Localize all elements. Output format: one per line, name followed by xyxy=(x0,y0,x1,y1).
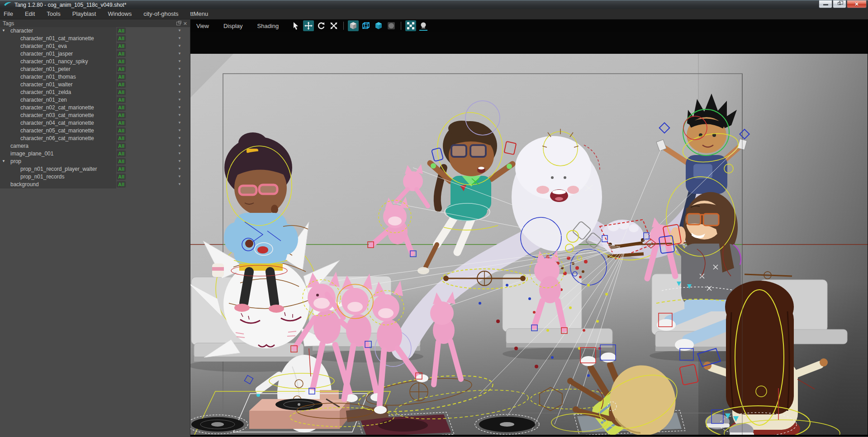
all-badge[interactable]: All xyxy=(117,74,126,80)
tree-row-prop[interactable]: ▼propAll▼ xyxy=(0,158,190,165)
row-dropdown-icon[interactable]: ▼ xyxy=(178,121,181,125)
shading-flat-button[interactable] xyxy=(386,20,397,31)
all-badge[interactable]: All xyxy=(117,143,126,149)
tree-row-character_n03_cat_marionette[interactable]: character_n03_cat_marionetteAll▼ xyxy=(0,112,190,119)
scale-tool-button[interactable] xyxy=(328,20,339,31)
row-dropdown-icon[interactable]: ▼ xyxy=(178,59,181,63)
tree-row-character_n01_thomas[interactable]: character_n01_thomasAll▼ xyxy=(0,73,190,81)
all-badge[interactable]: All xyxy=(117,81,126,88)
menu-item-ttmenu[interactable]: ttMenu xyxy=(185,9,214,19)
all-badge[interactable]: All xyxy=(117,89,126,95)
minimize-button[interactable] xyxy=(819,0,832,8)
menu-item-playblast[interactable]: Playblast xyxy=(66,9,102,19)
all-badge[interactable]: All xyxy=(117,58,126,65)
rotate-tool-button[interactable] xyxy=(316,20,327,31)
row-dropdown-icon[interactable]: ▼ xyxy=(178,90,181,94)
row-dropdown-icon[interactable]: ▼ xyxy=(178,167,181,171)
lighting-underline xyxy=(419,30,427,31)
viewport-menu-display[interactable]: Display xyxy=(216,23,250,29)
row-dropdown-icon[interactable]: ▼ xyxy=(178,75,181,79)
tang-logo-icon xyxy=(4,1,12,8)
tree-item-label: camera xyxy=(10,143,28,149)
tree-row-character_n01_walter[interactable]: character_n01_walterAll▼ xyxy=(0,81,190,89)
tree-row-character_n01_eva[interactable]: character_n01_evaAll▼ xyxy=(0,42,190,50)
tree-row-character_n01_zen[interactable]: character_n01_zenAll▼ xyxy=(0,96,190,104)
close-button[interactable]: ✕ xyxy=(847,0,867,8)
tree-row-character_n01_zelda[interactable]: character_n01_zeldaAll▼ xyxy=(0,89,190,96)
row-dropdown-icon[interactable]: ▼ xyxy=(178,113,181,117)
viewport-canvas[interactable] xyxy=(190,32,868,437)
all-badge[interactable]: All xyxy=(117,174,126,180)
all-badge[interactable]: All xyxy=(117,66,126,72)
row-dropdown-icon[interactable]: ▼ xyxy=(178,151,181,155)
float-panel-icon[interactable] xyxy=(176,22,180,25)
restore-button[interactable] xyxy=(833,0,846,8)
tree-row-character_n06_cat_marionette[interactable]: character_n06_cat_marionetteAll▼ xyxy=(0,135,190,142)
viewport-menu-shading[interactable]: Shading xyxy=(250,23,286,29)
tree-row-background[interactable]: backgroundAll▼ xyxy=(0,181,190,188)
row-dropdown-icon[interactable]: ▼ xyxy=(178,44,181,48)
all-badge[interactable]: All xyxy=(117,97,126,103)
tree-row-prop_n01_records[interactable]: prop_n01_recordsAll▼ xyxy=(0,173,190,181)
shading-wireframe-button[interactable] xyxy=(360,20,371,31)
all-badge[interactable]: All xyxy=(117,135,126,141)
tree-row-character_n04_cat_marionette[interactable]: character_n04_cat_marionetteAll▼ xyxy=(0,119,190,127)
texture-checker-button[interactable] xyxy=(405,20,416,31)
tags-panel-title: Tags xyxy=(3,20,14,27)
tree-row-prop_n01_record_player_walter[interactable]: prop_n01_record_player_walterAll▼ xyxy=(0,165,190,173)
tree-row-camera[interactable]: cameraAll▼ xyxy=(0,142,190,150)
menu-item-windows[interactable]: Windows xyxy=(102,9,138,19)
row-dropdown-icon[interactable]: ▼ xyxy=(178,105,181,109)
all-badge[interactable]: All xyxy=(117,150,126,157)
all-badge[interactable]: All xyxy=(117,127,126,134)
menu-item-edit[interactable]: Edit xyxy=(19,9,41,19)
row-dropdown-icon[interactable]: ▼ xyxy=(178,136,181,140)
row-dropdown-icon[interactable]: ▼ xyxy=(178,28,181,33)
shading-shaded-button[interactable] xyxy=(348,20,359,31)
menu-item-tools[interactable]: Tools xyxy=(41,9,66,19)
tree-row-character_n02_cat_marionette[interactable]: character_n02_cat_marionetteAll▼ xyxy=(0,104,190,112)
tree-row-character_n05_cat_marionette[interactable]: character_n05_cat_marionetteAll▼ xyxy=(0,127,190,135)
row-dropdown-icon[interactable]: ▼ xyxy=(178,174,181,179)
row-dropdown-icon[interactable]: ▼ xyxy=(178,82,181,86)
all-badge[interactable]: All xyxy=(117,35,126,42)
all-badge[interactable]: All xyxy=(117,181,126,188)
tree-row-image_plane_001[interactable]: image_plane_001All▼ xyxy=(0,150,190,158)
row-dropdown-icon[interactable]: ▼ xyxy=(178,128,181,132)
select-tool-button[interactable] xyxy=(290,20,301,31)
row-dropdown-icon[interactable]: ▼ xyxy=(178,144,181,148)
shading-textured-button[interactable] xyxy=(373,20,384,31)
row-dropdown-icon[interactable]: ▼ xyxy=(178,36,181,40)
tree-row-character_n01_cat_marionette[interactable]: character_n01_cat_marionetteAll▼ xyxy=(0,35,190,42)
all-badge[interactable]: All xyxy=(117,158,126,164)
row-dropdown-icon[interactable]: ▼ xyxy=(178,67,181,71)
close-panel-icon[interactable]: ✕ xyxy=(183,21,187,26)
all-badge[interactable]: All xyxy=(117,51,126,57)
tree-caret-icon[interactable]: ▼ xyxy=(2,159,5,163)
all-badge[interactable]: All xyxy=(117,166,126,172)
all-badge[interactable]: All xyxy=(117,120,126,126)
tree-row-character_n01_nancy_spiky[interactable]: character_n01_nancy_spikyAll▼ xyxy=(0,58,190,66)
all-badge[interactable]: All xyxy=(117,104,126,111)
title-bar[interactable]: Tang 1.2.80 - cog_anim_105_118c_v049.sho… xyxy=(0,0,868,9)
viewport-menu-view[interactable]: View xyxy=(190,23,216,29)
sphere-flat-icon xyxy=(387,22,395,30)
row-dropdown-icon[interactable]: ▼ xyxy=(178,182,181,186)
tree-row-character[interactable]: ▼characterAll▼ xyxy=(0,27,190,35)
toolbar-separator xyxy=(401,22,401,30)
all-badge[interactable]: All xyxy=(117,43,126,49)
lighting-toggle-button[interactable] xyxy=(418,20,429,31)
all-badge[interactable]: All xyxy=(117,28,126,34)
move-tool-button[interactable] xyxy=(303,20,314,31)
tree-caret-icon[interactable]: ▼ xyxy=(2,28,5,33)
row-dropdown-icon[interactable]: ▼ xyxy=(178,159,181,163)
row-dropdown-icon[interactable]: ▼ xyxy=(178,52,181,56)
menu-item-city-of-ghosts[interactable]: city-of-ghosts xyxy=(138,9,184,19)
row-dropdown-icon[interactable]: ▼ xyxy=(178,98,181,102)
tree-item-label: character_n01_walter xyxy=(20,81,72,88)
tree-row-character_n01_peter[interactable]: character_n01_peterAll▼ xyxy=(0,66,190,73)
menu-item-file[interactable]: File xyxy=(0,9,19,19)
tree-item-label: character_n01_cat_marionette xyxy=(20,35,94,42)
tree-row-character_n01_jasper[interactable]: character_n01_jasperAll▼ xyxy=(0,50,190,58)
all-badge[interactable]: All xyxy=(117,112,126,118)
